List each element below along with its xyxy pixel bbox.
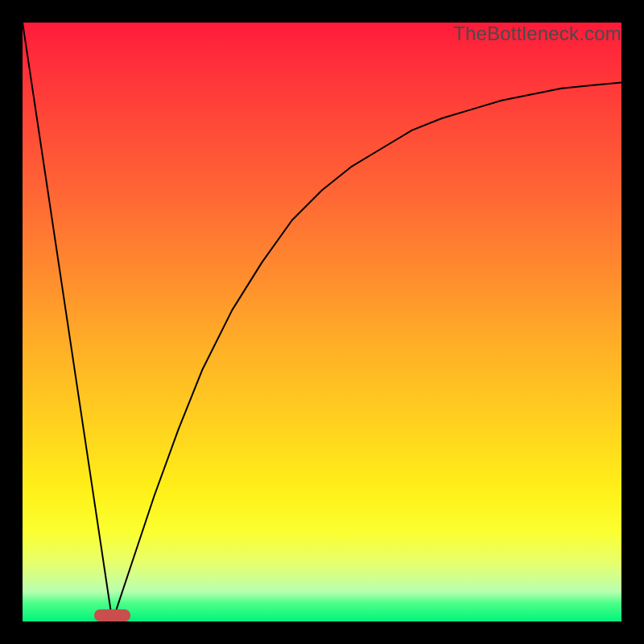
plot-area bbox=[23, 23, 621, 621]
watermark-text: TheBottleneck.com bbox=[453, 23, 621, 45]
optimal-marker bbox=[94, 609, 130, 621]
bottleneck-curve bbox=[23, 23, 621, 621]
